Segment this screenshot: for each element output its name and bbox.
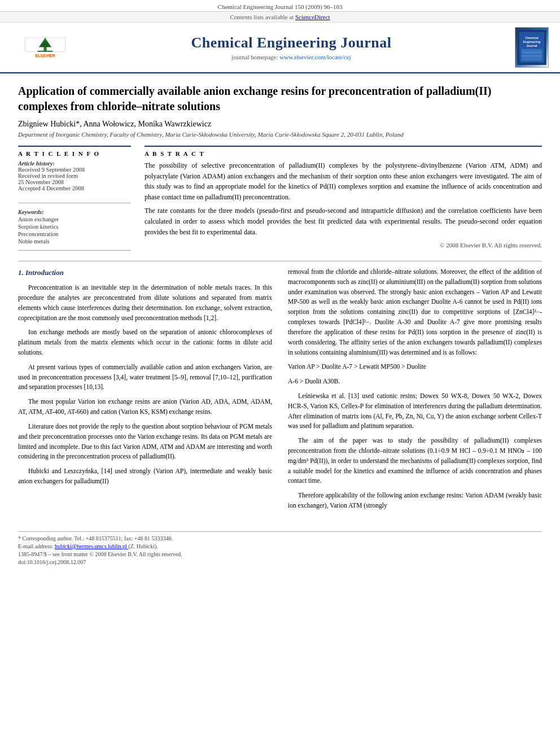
body-columns: 1. Introduction Preconcentration is an i…	[18, 267, 542, 516]
journal-citation: Chemical Engineering Journal 150 (2009) …	[218, 3, 343, 10]
journal-citation-bar: Chemical Engineering Journal 150 (2009) …	[0, 0, 560, 12]
body-para-3: At present various types of commercially…	[18, 362, 272, 392]
journal-title-area: Chemical Engineering Journal journal hom…	[79, 34, 504, 60]
email-link[interactable]: hubicki@hermes.umcs.lublin.pl	[55, 543, 128, 549]
elsevier-logo-area: ELSEVIER	[11, 35, 79, 60]
email-label: E-mail address:	[18, 543, 53, 549]
keyword-2: Sorption kinetics	[18, 224, 131, 230]
article-info-column: A R T I C L E I N F O Article history: R…	[18, 146, 131, 251]
affiliation: Department of Inorganic Chemistry, Facul…	[18, 131, 542, 138]
body-para-2: Ion exchange methods are mostly based on…	[18, 327, 272, 357]
right-para-lesniewska: Leśniewska et al. [13] used cationic res…	[288, 391, 542, 431]
keywords-list: Anion exchanger Sorption kinetics Precon…	[18, 216, 131, 244]
svg-text:Journal: Journal	[526, 44, 537, 47]
body-right-column: removal from the chloride and chloride–n…	[288, 267, 542, 516]
svg-rect-11	[521, 49, 542, 61]
journal-homepage-line: journal homepage: www.elsevier.com/locat…	[79, 54, 504, 60]
body-para-4: The most popular Varion ion exchange res…	[18, 397, 272, 417]
email-address: hubicki@hermes.umcs.lublin.pl	[55, 543, 127, 549]
svg-text:Chemical: Chemical	[525, 36, 539, 40]
keywords-label: Keywords:	[18, 209, 131, 215]
page-container: Chemical Engineering Journal 150 (2009) …	[0, 0, 560, 747]
journal-title: Chemical Engineering Journal	[79, 34, 504, 51]
svg-rect-4	[38, 50, 53, 51]
email-person: (Z. Hubicki).	[128, 543, 158, 549]
authors: Zbigniew Hubicki*, Anna Wołowicz, Monika…	[18, 120, 542, 129]
homepage-label: journal homepage:	[231, 54, 278, 60]
contents-text: Contents lists available at	[230, 14, 294, 20]
issn-note: 1385-8947/$ – see front matter © 2008 El…	[18, 551, 542, 557]
svg-text:Engineering: Engineering	[523, 40, 541, 43]
revised-date: 25 November 2008	[18, 179, 131, 185]
article-info-abstract: A R T I C L E I N F O Article history: R…	[18, 146, 542, 251]
accepted-date: Accepted 4 December 2008	[18, 185, 131, 191]
main-content: Application of commercially available an…	[0, 73, 560, 526]
abstract-text: The possibility of selective preconcentr…	[145, 160, 542, 237]
journal-cover-area: Chemical Engineering Journal	[504, 27, 549, 68]
journal-header: ELSEVIER Chemical Engineering Journal jo…	[0, 23, 560, 73]
main-divider	[18, 261, 542, 261]
body-para-6: Hubicki and Leszczyńska, [14] used stron…	[18, 466, 272, 487]
journal-cover-thumbnail: Chemical Engineering Journal	[515, 27, 549, 68]
received-date: Received 9 September 2008	[18, 167, 131, 173]
keyword-1: Anion exchanger	[18, 216, 131, 222]
footer: * Corresponding author. Tel.: +48 815375…	[18, 531, 542, 565]
varion-series-line: Varion AP > Duolite A-7 > Lewatit MP500 …	[288, 362, 542, 372]
body-para-5: Literature does not provide the reply to…	[18, 422, 272, 462]
cover-image-icon: Chemical Engineering Journal	[515, 30, 548, 65]
divider-keywords	[18, 203, 131, 203]
copyright: © 2008 Elsevier B.V. All rights reserved…	[145, 242, 542, 248]
history-label: Article history:	[18, 160, 131, 167]
right-para-therefore: Therefore applicability of the following…	[288, 491, 542, 511]
contents-bar: Contents lists available at ScienceDirec…	[0, 12, 560, 23]
article-title: Application of commercially available an…	[18, 84, 542, 114]
svg-text:ELSEVIER: ELSEVIER	[35, 54, 55, 58]
section1-title: 1. Introduction	[18, 267, 272, 278]
body-para-1: Preconcentration is an inevitable step i…	[18, 283, 272, 323]
elsevier-logo-icon: ELSEVIER	[23, 35, 68, 60]
revised-label: Received in revised form	[18, 173, 131, 179]
corresponding-note: * Corresponding author. Tel.: +48 815375…	[18, 535, 542, 541]
right-para-aim: The aim of the paper was to study the po…	[288, 436, 542, 486]
doi-note: doi:10.1016/j.cej.2008.12.007	[18, 559, 542, 565]
sciencedirect-link[interactable]: ScienceDirect	[295, 14, 330, 20]
body-left-column: 1. Introduction Preconcentration is an i…	[18, 267, 272, 516]
abstract-para-2: The rate constants for the three models …	[145, 206, 542, 237]
email-note: E-mail address: hubicki@hermes.umcs.lubl…	[18, 543, 542, 549]
varion-series-continued: A-6 > Duolit A30B.	[288, 377, 542, 387]
homepage-link[interactable]: www.elsevier.com/locate/cej	[279, 54, 351, 60]
abstract-para-1: The possibility of selective preconcentr…	[145, 160, 542, 202]
keyword-4: Noble metals	[18, 238, 131, 244]
right-para-1: removal from the chloride and chloride–n…	[288, 267, 542, 357]
keyword-3: Preconcentration	[18, 231, 131, 237]
abstract-column: A B S T R A C T The possibility of selec…	[145, 146, 542, 251]
article-info-heading: A R T I C L E I N F O	[18, 150, 131, 157]
homepage-url: www.elsevier.com/locate/cej	[279, 54, 351, 60]
abstract-heading: A B S T R A C T	[145, 150, 542, 157]
